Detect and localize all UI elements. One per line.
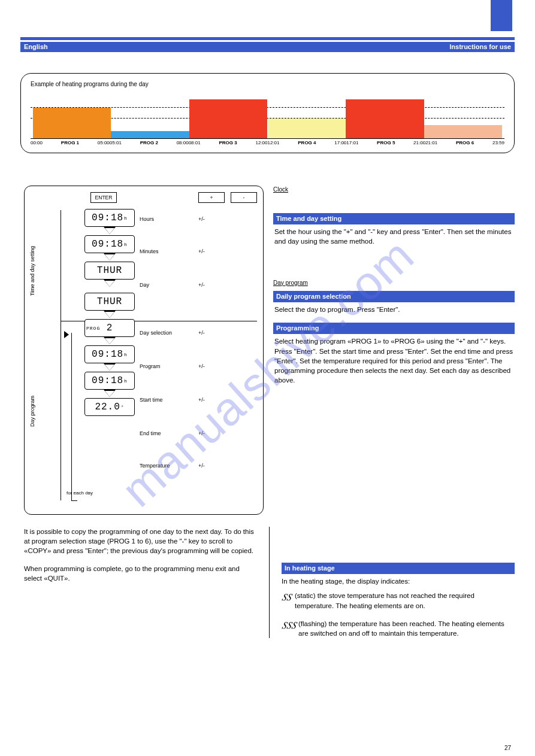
instructions-right-col: Clock Time and day setting Set the hour … — [273, 186, 515, 393]
lcd-display: 09:18h — [84, 372, 135, 390]
flowchart-panel: ENTER + - Time and day setting Day progr… — [24, 186, 264, 515]
section-heading: Programming — [273, 323, 515, 334]
section-text: Set the hour using the "+" and "-" key a… — [273, 227, 515, 246]
note-text: It is possible to copy the programming o… — [24, 527, 257, 555]
section-text: Select heating program «PROG 1» to «PROG… — [273, 336, 515, 384]
icon-state-label: (static) — [295, 592, 316, 599]
step-keys: +/- — [198, 330, 205, 336]
section-heading: Daily program selection — [273, 291, 515, 302]
flow-loop-h — [71, 500, 77, 501]
plus-key-box: + — [198, 192, 225, 203]
minus-key-box: - — [231, 192, 257, 203]
arrow-down-icon — [105, 391, 114, 397]
chart-x-axis: 00:00PROG 105:00 05:01PROG 208:00 08:01P… — [31, 140, 504, 145]
section-text: Select the day to program. Press "Enter"… — [273, 305, 515, 314]
note-text: When programming is complete, go to the … — [24, 564, 257, 583]
chart-panel: Example of heating programs during the d… — [20, 73, 515, 153]
arrow-down-icon — [105, 312, 114, 318]
loop-label: for each day — [67, 490, 93, 496]
lcd-display: 09:18h — [84, 235, 135, 253]
flow-section-label: Day program — [29, 396, 35, 427]
header-left: English — [24, 43, 48, 51]
lcd-display: 09:18h — [84, 209, 135, 227]
step-label: Hours — [140, 216, 154, 222]
step-keys: +/- — [198, 397, 205, 403]
chart-bar — [33, 108, 111, 138]
step-keys: +/- — [198, 282, 205, 288]
lcd-display: 09:18h — [84, 345, 135, 363]
heat-high-icon: 𝑆𝑆𝑆 — [282, 619, 295, 638]
chart-bar — [268, 119, 346, 138]
icon-state-label: (flashing) — [298, 620, 327, 627]
arrow-down-icon — [105, 338, 114, 344]
step-keys: +/- — [198, 363, 205, 369]
step-label: Start time — [140, 397, 163, 403]
page-number: 27 — [504, 745, 511, 751]
chart-area — [31, 91, 504, 139]
step-label: Minutes — [140, 248, 159, 254]
arrow-down-icon — [105, 254, 114, 260]
page-corner-tab — [491, 0, 512, 31]
step-label: End time — [140, 430, 161, 436]
step-keys: +/- — [198, 463, 205, 469]
arrow-down-icon — [105, 281, 114, 287]
lcd-display: THUR — [84, 293, 135, 311]
chart-bar — [189, 99, 268, 138]
arrow-down-icon — [105, 365, 114, 371]
flow-vline — [61, 321, 61, 500]
step-keys: +/- — [198, 248, 205, 254]
lcd-display: PROG2 — [84, 319, 135, 337]
lead-text: In the heating stage, the display indica… — [282, 576, 515, 586]
step-keys: +/- — [198, 216, 205, 222]
lcd-display: 22.0° — [84, 398, 135, 416]
lcd-display: THUR — [84, 262, 135, 280]
chart-title: Example of heating programs during the d… — [31, 81, 504, 87]
bottom-columns: It is possible to copy the programming o… — [24, 527, 515, 638]
flow-loop-line — [71, 333, 72, 500]
icon-state-text: the stove temperature has not reached th… — [295, 592, 474, 609]
column-divider — [269, 527, 270, 638]
section-heading: In heating stage — [282, 563, 515, 574]
step-label: Temperature — [140, 463, 170, 469]
step-label: Program — [140, 363, 161, 369]
flow-vline — [61, 210, 61, 321]
clock-label: Clock — [273, 186, 515, 194]
section-heading: Time and day setting — [273, 213, 515, 224]
loop-arrow-icon — [64, 331, 69, 338]
chart-bar — [111, 131, 189, 138]
enter-key-box: ENTER — [90, 192, 117, 203]
step-label: Day selection — [140, 330, 172, 336]
icon-state-text: the temperature has been reached. The he… — [298, 620, 504, 637]
step-label: Day — [140, 282, 149, 288]
chart-bar — [346, 99, 424, 138]
step-keys: +/- — [198, 430, 205, 436]
dayprog-label: Day program — [273, 279, 515, 287]
header-band: English Instructions for use — [20, 37, 515, 52]
chart-bar — [424, 125, 503, 138]
heat-low-icon: 𝑆𝑆 — [282, 591, 291, 610]
flow-section-label: Time and day setting — [29, 246, 35, 296]
header-right: Instructions for use — [449, 43, 511, 51]
arrow-down-icon — [105, 228, 114, 234]
